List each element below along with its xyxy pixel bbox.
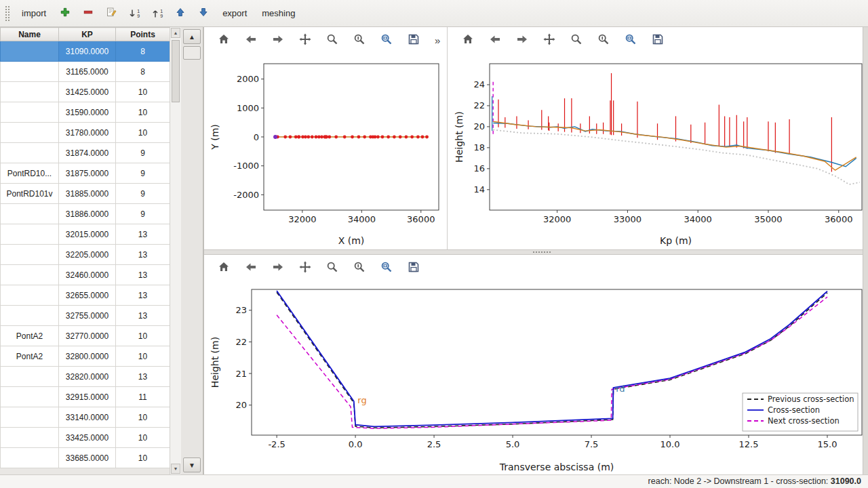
points-cell[interactable]: 9 — [116, 184, 170, 204]
name-cell[interactable]: PontA2 — [1, 326, 59, 346]
points-cell[interactable]: 9 — [116, 143, 170, 163]
table-row[interactable]: 31874.00009 — [1, 143, 170, 163]
import-button[interactable]: import — [16, 5, 52, 21]
column-header-points[interactable]: Points — [116, 28, 170, 41]
forward-button[interactable] — [513, 31, 531, 49]
pan-button[interactable] — [540, 31, 558, 49]
back-button[interactable] — [242, 259, 260, 277]
points-cell[interactable]: 13 — [116, 285, 170, 306]
name-cell[interactable] — [1, 265, 59, 285]
points-cell[interactable]: 13 — [116, 245, 170, 265]
table-row[interactable]: PontA232800.000010 — [1, 346, 170, 367]
table-row[interactable]: 32915.000011 — [1, 387, 170, 407]
zoom-mark-button[interactable] — [351, 259, 368, 277]
points-cell[interactable]: 10 — [116, 123, 170, 143]
splitter-handle-icon[interactable] — [533, 251, 551, 253]
table-row[interactable]: 32205.000013 — [1, 245, 170, 265]
name-cell[interactable] — [1, 285, 59, 306]
column-header-kp[interactable]: KP — [59, 28, 116, 41]
points-cell[interactable]: 13 — [116, 306, 170, 326]
zoom-rect-button[interactable] — [378, 259, 395, 277]
table-row[interactable]: PontRD101v31885.00009 — [1, 184, 170, 204]
table-row[interactable]: 31165.00008 — [1, 62, 170, 82]
table-row[interactable]: PontA232770.000010 — [1, 326, 170, 346]
table-row[interactable]: 32015.000013 — [1, 224, 170, 245]
add-cross-section-button[interactable] — [56, 4, 75, 23]
meshing-button[interactable]: meshing — [256, 5, 300, 21]
table-scrollbar[interactable]: ▲ ▼ — [170, 27, 181, 474]
name-cell[interactable] — [1, 143, 59, 163]
home-button[interactable] — [215, 31, 233, 49]
sort-descending-button[interactable]: 19 — [148, 4, 167, 23]
remove-cross-section-button[interactable] — [79, 4, 98, 23]
horizontal-splitter[interactable] — [204, 249, 863, 255]
kp-cell[interactable]: 32800.0000 — [59, 346, 116, 367]
name-cell[interactable] — [1, 123, 59, 143]
forward-button[interactable] — [269, 259, 287, 277]
points-cell[interactable]: 10 — [116, 448, 170, 468]
zoom-mark-button[interactable] — [351, 31, 368, 49]
kp-cell[interactable]: 32915.0000 — [59, 387, 116, 407]
kp-cell[interactable]: 32770.0000 — [59, 326, 116, 346]
back-button[interactable] — [486, 31, 504, 49]
kp-cell[interactable]: 33140.0000 — [59, 407, 116, 428]
kp-cell[interactable]: 31886.0000 — [59, 204, 116, 224]
zoom-rect-button[interactable] — [378, 31, 395, 49]
kp-cell[interactable]: 32655.0000 — [59, 285, 116, 306]
table-row[interactable]: 32755.000013 — [1, 306, 170, 326]
kp-cell[interactable]: 31165.0000 — [59, 62, 116, 82]
table-row[interactable]: 32820.000013 — [1, 367, 170, 387]
kp-cell[interactable]: 31875.0000 — [59, 163, 116, 184]
name-cell[interactable]: PontA2 — [1, 346, 59, 367]
points-cell[interactable]: 13 — [116, 367, 170, 387]
kp-cell[interactable]: 31780.0000 — [59, 123, 116, 143]
points-cell[interactable]: 10 — [116, 428, 170, 448]
home-button[interactable] — [215, 259, 233, 277]
points-cell[interactable]: 9 — [116, 163, 170, 184]
name-cell[interactable]: PontRD101v — [1, 184, 59, 204]
table-row[interactable]: 32460.000013 — [1, 265, 170, 285]
kp-cell[interactable]: 32755.0000 — [59, 306, 116, 326]
table-row[interactable]: PontRD10...31875.00009 — [1, 163, 170, 184]
sort-ascending-button[interactable]: 19 — [125, 4, 144, 23]
save-button[interactable] — [405, 31, 422, 49]
table-row[interactable]: 31090.00008 — [1, 41, 170, 62]
back-button[interactable] — [242, 31, 260, 49]
pane-scroll-down-button[interactable]: ▼ — [183, 458, 201, 472]
plan-view-figure[interactable]: 320003400036000200010000-1000-2000X (m)Y… — [204, 53, 447, 249]
name-cell[interactable] — [1, 407, 59, 428]
kp-cell[interactable]: 32205.0000 — [59, 245, 116, 265]
name-cell[interactable] — [1, 41, 59, 62]
table-scrollbar-thumb[interactable] — [172, 40, 180, 102]
pan-button[interactable] — [296, 259, 314, 277]
pane-scroll-up-button[interactable]: ▲ — [183, 29, 201, 44]
name-cell[interactable] — [1, 224, 59, 245]
table-row[interactable]: 32655.000013 — [1, 285, 170, 306]
home-button[interactable] — [459, 31, 477, 49]
name-cell[interactable] — [1, 367, 59, 387]
points-cell[interactable]: 13 — [116, 224, 170, 245]
kp-cell[interactable]: 32820.0000 — [59, 367, 116, 387]
name-cell[interactable]: PontRD10... — [1, 163, 59, 184]
save-button[interactable] — [405, 259, 422, 277]
move-down-button[interactable] — [194, 4, 213, 23]
name-cell[interactable] — [1, 448, 59, 468]
cross-section-figure[interactable]: -2.50.02.55.07.510.012.515.020212223Tran… — [204, 281, 863, 476]
zoom-button[interactable] — [323, 31, 341, 49]
points-cell[interactable]: 9 — [116, 204, 170, 224]
points-cell[interactable]: 8 — [116, 62, 170, 82]
points-cell[interactable]: 10 — [116, 326, 170, 346]
points-cell[interactable]: 10 — [116, 102, 170, 123]
pane-scroll-thumb[interactable] — [183, 46, 201, 60]
name-cell[interactable] — [1, 62, 59, 82]
pan-button[interactable] — [296, 31, 314, 49]
forward-button[interactable] — [269, 31, 287, 49]
name-cell[interactable] — [1, 245, 59, 265]
scroll-up-icon[interactable]: ▲ — [171, 28, 180, 38]
points-cell[interactable]: 8 — [116, 41, 170, 62]
name-cell[interactable] — [1, 204, 59, 224]
column-header-name[interactable]: Name — [1, 28, 59, 41]
zoom-mark-button[interactable] — [595, 31, 612, 49]
long-profile-figure[interactable]: 3200033000340003500036000242220181614Kp … — [448, 53, 864, 249]
toolbar-overflow-chevron[interactable]: » — [435, 35, 440, 46]
